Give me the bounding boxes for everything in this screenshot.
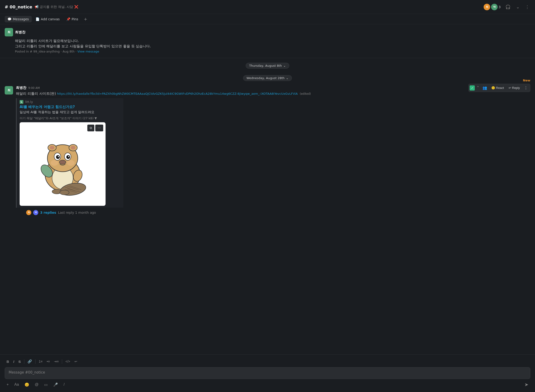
link-button[interactable]: 🔗	[26, 358, 34, 364]
channel-header: # 00_notice 📢 공지를 위한 채널. 사담 ❌ 최 박 3 🎧 ⌄ …	[0, 0, 535, 14]
indent-button[interactable]: ⇥≡	[52, 359, 61, 364]
mention-button[interactable]: @	[33, 382, 40, 387]
main-message-link[interactable]: https://litt.ly/haedalle?fbclid=PAZXh0bg…	[57, 92, 298, 95]
pinned-author-name: 최병찬	[15, 30, 25, 35]
wednesday-date-label: Wednesday, August 28th	[246, 76, 285, 80]
preview-title[interactable]: AI를 배우는게 어렵고 힘드신가요?	[20, 105, 120, 109]
edited-label: (edited)	[300, 92, 311, 95]
main-message-timestamp: 9:00 AM	[28, 86, 40, 90]
preview-site-name: litt.ly	[25, 100, 33, 104]
more-image-btn[interactable]: ⋯	[95, 125, 103, 131]
tab-bar: 💬 Messages 📄 Add canvas 📌 Pins +	[0, 14, 535, 24]
reply-button[interactable]: ↩ Reply	[507, 85, 522, 91]
composer-bottom-left: + Aa 😊 @ ▭ 🎤 /	[5, 382, 66, 388]
replies-meta: Last reply 1 month ago	[58, 211, 96, 215]
channel-desc: 📢 공지를 위한 채널. 사담 ❌	[35, 5, 78, 9]
quote-reaction-btn[interactable]: "	[476, 84, 480, 91]
main-author-avatar: 최	[5, 86, 13, 94]
copy-image-btn[interactable]: ⧉	[87, 125, 94, 131]
pinned-msg-header: 최 최병찬	[5, 28, 530, 36]
reply-label: Reply	[512, 86, 520, 90]
image-actions-overlay: ⧉ ⋯	[87, 125, 103, 131]
posted-in-label: Posted in	[15, 50, 30, 53]
undo-button[interactable]: ↩	[73, 359, 79, 364]
replies-count[interactable]: 3 replies	[40, 211, 56, 215]
pinned-msg-meta: Posted in # 99_idea-anything · Aug 8th ·…	[15, 50, 530, 53]
audio-button[interactable]: 🎤	[51, 382, 60, 388]
avatar-2: 박	[491, 4, 498, 10]
svg-point-14	[51, 160, 58, 166]
add-attachment-button[interactable]: +	[5, 382, 10, 387]
more-icon[interactable]: ⋮	[524, 4, 530, 10]
svg-point-13	[59, 160, 66, 164]
pinned-author-avatar: 최	[5, 28, 13, 36]
canvas-icon: 📄	[35, 17, 39, 21]
send-button[interactable]: ➤	[523, 381, 530, 388]
pinned-msg-text: 해달리 리틀리 사이트가 필요해보입니다. 그리고 리틀리 안에 해달리를 보고…	[15, 38, 530, 49]
composer-placeholder: Message #00_notice	[9, 370, 45, 374]
text-format-button[interactable]: Aa	[12, 382, 21, 387]
svg-point-6	[71, 146, 76, 149]
composer-toolbar: B I S 🔗 1≡ •≡ ⇥≡ </> ↩	[5, 357, 530, 365]
react-button[interactable]: 🙂 React	[489, 85, 506, 91]
shortcuts-button[interactable]: ▭	[42, 382, 49, 388]
replies-row[interactable]: 최 박 3 replies Last reply 1 month ago	[26, 210, 530, 215]
chevron-down-icon[interactable]: ⌄	[515, 4, 521, 10]
unordered-list-button[interactable]: •≡	[45, 359, 52, 364]
tab-add-canvas[interactable]: 📄 Add canvas	[33, 16, 63, 22]
messages-icon: 💬	[7, 17, 11, 21]
svg-point-12	[68, 156, 69, 157]
people-icon-btn[interactable]: 👥	[481, 85, 488, 91]
svg-point-4	[50, 146, 54, 149]
pinned-message-section: 최 최병찬 해달리 리틀리 사이트가 필요해보입니다. 그리고 리틀리 안에 해…	[0, 24, 535, 58]
new-badge: New	[523, 79, 530, 82]
more-actions-btn[interactable]: ⋮	[523, 85, 529, 91]
wednesday-chevron-icon: ⌄	[286, 76, 289, 80]
strikethrough-button[interactable]: S	[17, 359, 23, 364]
reply-avatar-1: 최	[26, 210, 31, 215]
thursday-separator: Thursday, August 8th ⌄	[0, 58, 535, 70]
tab-pins[interactable]: 📌 Pins	[63, 16, 81, 22]
link-preview: L litt.ly AI를 배우는게 어렵고 힘드신가요? 일상에 AI를 적용…	[16, 98, 123, 208]
composer-area: B I S 🔗 1≡ •≡ ⇥≡ </> ↩ Message #00_notic…	[0, 355, 535, 392]
main-author-name: 최병찬	[16, 86, 26, 90]
member-avatars[interactable]: 최 박 3	[484, 4, 501, 10]
tab-messages-label: Messages	[13, 17, 29, 21]
svg-point-8	[56, 155, 60, 159]
header-left: # 00_notice 📢 공지를 위한 채널. 사담 ❌	[5, 5, 78, 9]
avatar-1: 최	[484, 4, 490, 10]
thursday-date-pill[interactable]: Thursday, August 8th ⌄	[246, 63, 289, 69]
wednesday-date-pill[interactable]: Wednesday, August 28th ⌄	[243, 75, 292, 81]
message-body: 최병찬 9:00 AM 해달리 리틀리 사이트(완) https://litt.…	[16, 86, 530, 215]
add-tab-button[interactable]: +	[82, 16, 89, 22]
main-message-container: New ✓ " 👥 🙂 React ↩ Reply ⋮ 최	[0, 83, 535, 216]
view-message-link[interactable]: View message	[77, 50, 99, 53]
checkmark-reaction[interactable]: ✓	[470, 85, 475, 91]
svg-point-11	[66, 155, 70, 159]
pinned-text-line2: 그리고 리틀리 안에 해달리를 보고 사람들을 유입할 단톡방이 있으면 좋을 …	[15, 44, 530, 49]
headphones-icon[interactable]: 🎧	[504, 4, 511, 10]
posted-in-channel: # 99_idea-anything	[30, 50, 60, 53]
main-message-content: 해달리 리틀리 사이트(완) https://litt.ly/haedalle?…	[16, 91, 530, 96]
ordered-list-button[interactable]: 1≡	[37, 359, 44, 364]
preview-expand-btn[interactable]: 아기 해달 "해달리"와 AI조개 "보조개" 이야기 (27 kB) ▼	[20, 116, 120, 120]
emoji-button[interactable]: 😊	[23, 382, 31, 388]
x-icon: ❌	[74, 5, 78, 9]
message-actions-toolbar: ✓ " 👥 🙂 React ↩ Reply ⋮	[469, 84, 530, 92]
toolbar-divider-1	[24, 359, 24, 364]
composer-input[interactable]: Message #00_notice	[5, 367, 530, 379]
bold-button[interactable]: B	[5, 359, 11, 364]
tab-messages[interactable]: 💬 Messages	[5, 16, 32, 22]
message-header-row: 최병찬 9:00 AM	[16, 86, 530, 90]
preview-expand-text: 아기 해달 "해달리"와 AI조개 "보조개" 이야기 (27 kB) ▼	[20, 116, 97, 120]
posted-date: · Aug 8th ·	[61, 50, 77, 53]
beaver-mascot-image	[30, 129, 95, 199]
react-icon: 🙂	[491, 86, 495, 90]
code-button[interactable]: </>	[63, 359, 72, 364]
channel-icon: 📢	[35, 5, 38, 9]
wednesday-separator: Wednesday, August 28th ⌄	[0, 70, 535, 83]
toolbar-divider-3	[62, 359, 62, 364]
slash-command-button[interactable]: /	[62, 382, 66, 387]
italic-button[interactable]: I	[11, 359, 16, 364]
tab-canvas-label: Add canvas	[41, 17, 60, 21]
